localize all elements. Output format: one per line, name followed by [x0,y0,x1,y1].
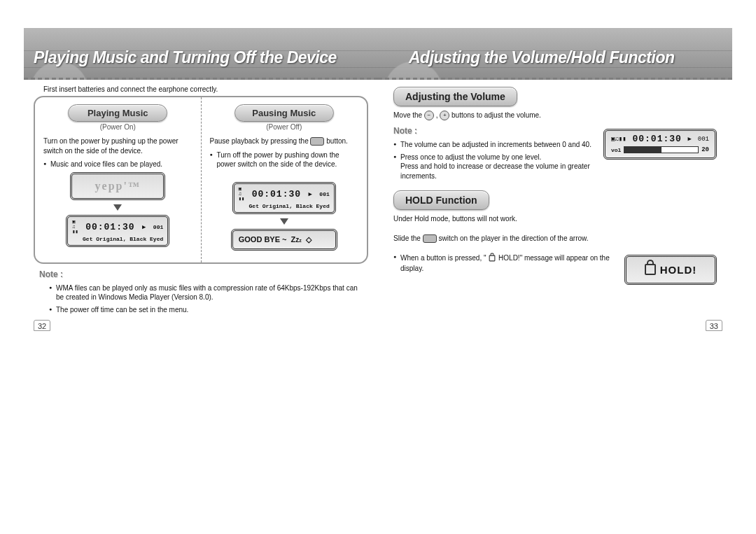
plus-button-icon: + [440,111,449,120]
page-right: Adjusting the Volume/Hold Function Adjus… [378,28,732,324]
vol-lcd-time: 00:01:30 [632,134,681,144]
left-page-title: Playing Music and Turning Off the Device [34,48,337,67]
hold-text: HOLD! [660,264,697,276]
pause-subheading: (Power Off) [210,123,359,131]
lock-icon [645,264,656,275]
volume-row: Move the − , + buttons to adjust the vol… [393,111,717,183]
page-number-right: 33 [706,320,722,331]
note-label: Note : [39,269,363,279]
vol-lcd-track: 001 [698,136,709,143]
volume-bar [624,146,699,153]
volume-lcd: ▣♫▮▮ 00:01:30 ▶ 001 vol 20 [603,129,717,160]
pause-bullet: Turn off the power by pushing down the p… [210,150,359,169]
play-bullet: Music and voice files can be played. [43,160,192,169]
hold-lead: Under Hold mode, buttons will not work. [393,214,717,224]
hold-note: When a button is pressed, " HOLD!" messa… [393,253,613,274]
vol-note-2: Press once to adjust the volume by one l… [393,153,592,181]
vol-label: vol [611,147,621,153]
goodbye-text: GOOD BYE ~ [239,235,287,244]
left-note-section: Note : WMA files can be played only as m… [39,269,363,315]
note-label: Note : [393,126,592,136]
goodbye-box: GOOD BYE ~ Zzz ◇ [231,229,337,251]
lcd-status-icons: ▣♫▮▮ [611,135,626,143]
hold-row: Slide the switch on the player in the di… [393,227,717,285]
hold-display-box: HOLD! [624,255,717,285]
pause-column: Pausing Music (Power Off) Pause playback… [202,97,368,262]
vol-value: 20 [701,146,709,153]
arrow-down-icon [113,204,122,211]
volume-instruction: Move the − , + buttons to adjust the vol… [393,111,592,120]
page-number-left: 32 [34,320,50,331]
left-note-1: WMA files can be played only as music fi… [49,283,363,302]
right-banner: Adjusting the Volume/Hold Function [378,28,732,80]
pause-heading: Pausing Music [234,104,334,122]
section-volume-heading: Adjusting the Volume [393,87,517,106]
play-column: Playing Music (Power On) Turn on the pow… [35,97,202,262]
manual-spread: Playing Music and Turning Off the Device… [24,28,732,324]
pause-description: Pause playback by pressing the button. [210,136,359,146]
hold-switch-icon [423,234,437,243]
lcd-status-icons: ▣♫▮▮ [239,187,244,202]
pause-lcd-time: 00:01:30 [252,189,301,199]
play-heading: Playing Music [68,104,167,122]
page-left: Playing Music and Turning Off the Device… [24,28,378,324]
right-page-title: Adjusting the Volume/Hold Function [409,48,675,67]
minus-button-icon: − [424,111,434,120]
play-subheading: (Power On) [43,123,192,131]
hold-slide-instruction: Slide the switch on the player in the di… [393,234,613,244]
pause-lcd-info: Get Original, Black Eyed [249,203,330,209]
pause-button-icon [310,137,324,146]
vol-note-1: The volume can be adjusted in increments… [393,140,592,150]
play-pause-panel: Playing Music (Power On) Turn on the pow… [34,96,368,264]
left-banner: Playing Music and Turning Off the Device [24,28,378,80]
player-icon: ◇ [306,235,312,244]
lcd-status-icons: ▣♫▮▮ [72,220,78,234]
pause-lcd-track: 001 [319,191,329,197]
arrow-down-icon [280,218,288,225]
play-description: Turn on the power by pushing up the powe… [43,136,192,155]
play-lcd: ▣♫▮▮ 00:01:30 ▶ 001 Get Original, Black … [66,215,169,247]
play-lcd-time: 00:01:30 [85,222,134,232]
yepp-logo-box: yepp'™ [70,172,165,200]
left-lead-text: First insert batteries and connect the e… [43,85,363,93]
left-note-2: The power off time can be set in the men… [49,305,363,315]
lock-icon [489,255,496,262]
play-lcd-info: Get Original, Black Eyed [83,236,163,242]
section-hold-heading: HOLD Function [393,190,489,210]
pause-lcd: ▣♫▮▮ 00:01:30 ▶ 001 Get Original, Black … [232,182,336,214]
play-lcd-track: 001 [153,224,163,230]
